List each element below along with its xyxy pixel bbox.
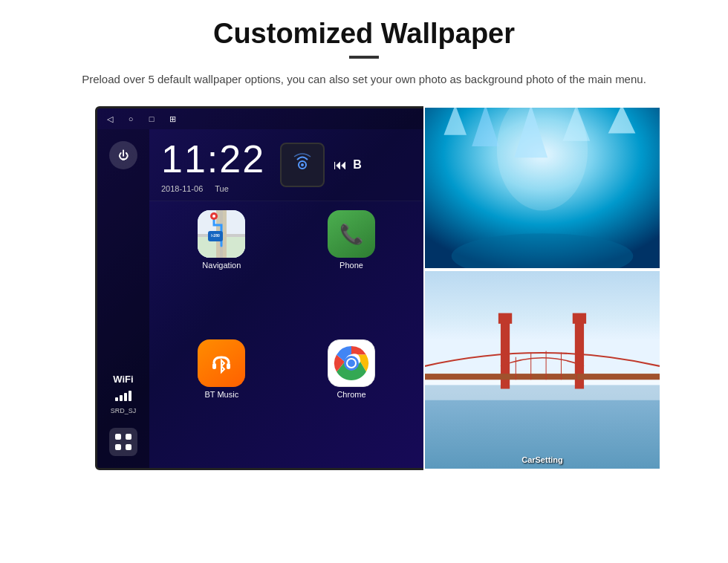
- svg-point-17: [348, 359, 355, 367]
- prev-track-button[interactable]: ⏮: [334, 157, 347, 173]
- dot-2: [126, 434, 131, 440]
- phone-icon: 📞: [328, 210, 375, 258]
- power-button[interactable]: ⏻: [109, 141, 137, 169]
- phone-label: Phone: [339, 261, 363, 270]
- dot-3: [115, 444, 121, 450]
- wifi-ssid: SRD_SJ: [111, 407, 137, 414]
- wifi-label: WiFi: [113, 374, 133, 385]
- svg-rect-37: [498, 313, 512, 324]
- wallpaper-bridge[interactable]: CarSetting: [423, 270, 661, 470]
- app-phone[interactable]: 📞 Phone: [291, 210, 412, 331]
- date-display: 2018-11-06: [161, 184, 203, 193]
- svg-rect-39: [425, 374, 660, 380]
- bridge-svg: [425, 271, 660, 469]
- navigation-label: Navigation: [202, 261, 241, 270]
- svg-rect-38: [573, 313, 586, 324]
- app-chrome[interactable]: Chrome: [291, 339, 412, 460]
- date-row: 2018-11-06 Tue: [161, 181, 265, 193]
- wifi-bar-2: [120, 395, 123, 401]
- media-box-container: [280, 143, 325, 187]
- wifi-bars: [115, 391, 131, 401]
- page-title: Customized Wallpaper: [213, 18, 515, 50]
- playback-controls: ⏮ B: [334, 157, 362, 173]
- back-icon[interactable]: ◁: [105, 114, 115, 124]
- wifi-bar-4: [129, 391, 131, 401]
- wifi-bar-1: [115, 397, 118, 401]
- page-container: Customized Wallpaper Preload over 5 defa…: [0, 0, 728, 500]
- bt-music-icon: [198, 339, 245, 387]
- device-container: ◁ ○ □ ⊞ ◆ ▾ 11:22 ⏻: [67, 106, 661, 500]
- wallpaper-panels: CarSetting: [423, 106, 661, 470]
- chrome-icon: [328, 339, 375, 387]
- app-navigation[interactable]: I-280 Navigation: [161, 210, 282, 331]
- left-sidebar: ⏻ WiFi SRD_SJ: [97, 129, 149, 468]
- svg-rect-34: [425, 377, 660, 400]
- car-setting-label: CarSetting: [425, 455, 660, 464]
- page-description: Preload over 5 default wallpaper options…: [82, 71, 646, 88]
- svg-point-8: [212, 215, 215, 218]
- track-label: B: [353, 158, 362, 172]
- chrome-glyph: [334, 345, 369, 381]
- clock-display: 11:22: [161, 137, 265, 181]
- ice-cave-svg: [425, 108, 660, 268]
- phone-glyph: 📞: [339, 223, 363, 246]
- dot-4: [126, 444, 131, 450]
- day-display: Tue: [215, 184, 229, 193]
- home-icon[interactable]: ○: [126, 114, 136, 124]
- title-divider: [349, 56, 379, 59]
- chrome-label: Chrome: [337, 390, 365, 399]
- app-bt-music[interactable]: BT Music: [161, 339, 282, 460]
- navigation-map-svg: I-280: [198, 210, 245, 258]
- clock-info: 11:22 2018-11-06 Tue: [161, 137, 265, 193]
- media-icon-box: [280, 143, 325, 187]
- bluetooth-glyph: [208, 350, 235, 377]
- status-bar-nav-icons: ◁ ○ □ ⊞: [105, 114, 178, 124]
- bt-music-label: BT Music: [205, 390, 239, 399]
- wallpaper-ice-cave[interactable]: [423, 106, 661, 270]
- apps-button[interactable]: [109, 428, 137, 456]
- svg-rect-13: [227, 363, 230, 369]
- ice-cave-image: [425, 108, 660, 268]
- svg-rect-12: [212, 363, 216, 369]
- screenshot-icon[interactable]: ⊞: [167, 114, 178, 124]
- radio-signal-icon: [290, 152, 315, 178]
- bridge-scene: [425, 271, 660, 469]
- navigation-icon: I-280: [198, 210, 245, 258]
- wifi-bar-3: [124, 393, 127, 401]
- recents-icon[interactable]: □: [146, 114, 157, 124]
- dot-1: [115, 434, 121, 440]
- svg-text:I-280: I-280: [212, 233, 221, 238]
- svg-point-1: [301, 163, 304, 166]
- svg-rect-32: [425, 271, 660, 388]
